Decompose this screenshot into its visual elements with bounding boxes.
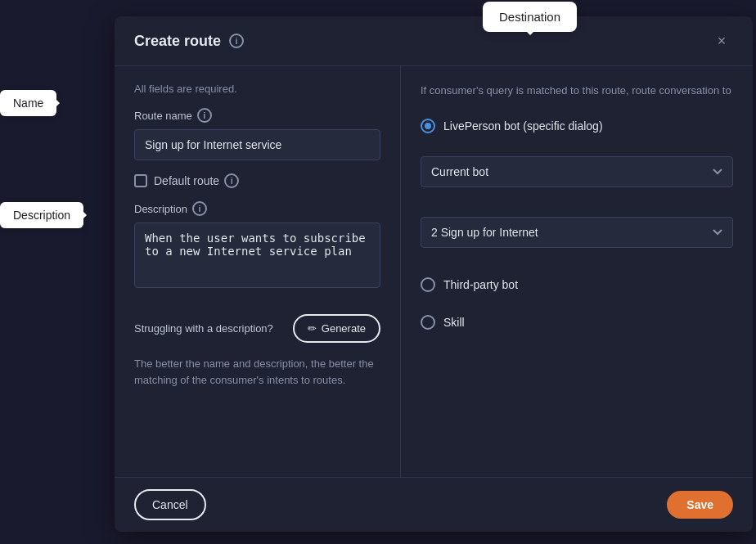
current-bot-select[interactable]: Current bot — [421, 156, 733, 187]
pencil-icon: ✏ — [308, 322, 317, 335]
route-name-input[interactable] — [134, 129, 380, 160]
tooltip-name-label: Name — [13, 97, 43, 110]
description-textarea[interactable]: When the user wants to subscribe to a ne… — [134, 223, 380, 288]
route-description-text: If consumer's query is matched to this r… — [421, 83, 733, 99]
liveperson-bot-label: LivePerson bot (specific dialog) — [443, 119, 603, 133]
route-name-info-icon[interactable]: i — [197, 108, 212, 123]
default-route-info-icon[interactable]: i — [224, 173, 239, 188]
fields-required-text: All fields are required. — [134, 83, 380, 95]
generate-label: Generate — [322, 322, 366, 335]
description-label: Description — [134, 203, 187, 215]
hint-text: The better the name and description, the… — [134, 356, 380, 388]
left-panel: All fields are required. Route name i De… — [115, 66, 401, 477]
default-route-label: Default route — [154, 174, 219, 187]
description-info-icon[interactable]: i — [192, 201, 207, 216]
generate-row: Struggling with a description? ✏ Generat… — [134, 314, 380, 343]
tooltip-description: Description — [0, 202, 83, 228]
dialog-select[interactable]: 2 Sign up for Internet — [421, 217, 733, 248]
description-label-row: Description i — [134, 201, 380, 216]
save-button[interactable]: Save — [667, 491, 733, 519]
right-panel: If consumer's query is matched to this r… — [401, 66, 753, 477]
current-bot-wrapper: Current bot — [421, 156, 733, 196]
modal-footer: Cancel Save — [115, 477, 753, 532]
third-party-bot-label: Third-party bot — [443, 278, 518, 291]
route-name-label: Route name — [134, 110, 192, 122]
generate-button[interactable]: ✏ Generate — [293, 314, 380, 343]
tooltip-destination: Destination — [483, 2, 577, 32]
modal-title: Create route — [134, 33, 221, 50]
dialog-wrapper: 2 Sign up for Internet — [421, 217, 733, 256]
default-route-label-row: Default route i — [154, 173, 239, 188]
description-group: Description i When the user wants to sub… — [134, 201, 380, 291]
route-name-label-row: Route name i — [134, 108, 380, 123]
modal-title-info-icon[interactable]: i — [229, 34, 244, 48]
modal-title-area: Create route i — [134, 33, 244, 50]
tooltip-destination-label: Destination — [499, 10, 560, 24]
cancel-button[interactable]: Cancel — [134, 489, 206, 520]
skill-option: Skill — [421, 315, 733, 330]
modal-body: All fields are required. Route name i De… — [115, 66, 753, 477]
skill-radio[interactable] — [421, 315, 435, 330]
close-button[interactable]: × — [710, 29, 733, 52]
route-name-group: Route name i — [134, 108, 380, 160]
skill-label: Skill — [443, 316, 465, 329]
default-route-row: Default route i — [134, 173, 380, 188]
liveperson-bot-radio[interactable] — [421, 119, 435, 133]
third-party-bot-option: Third-party bot — [421, 277, 733, 292]
default-route-checkbox[interactable] — [134, 174, 147, 187]
tooltip-description-label: Description — [13, 209, 70, 222]
struggling-text: Struggling with a description? — [134, 322, 273, 335]
tooltip-name: Name — [0, 90, 56, 116]
liveperson-bot-option: LivePerson bot (specific dialog) — [421, 119, 733, 133]
create-route-modal: Create route i × All fields are required… — [115, 16, 753, 532]
third-party-bot-radio[interactable] — [421, 277, 435, 292]
modal-header: Create route i × — [115, 16, 753, 66]
